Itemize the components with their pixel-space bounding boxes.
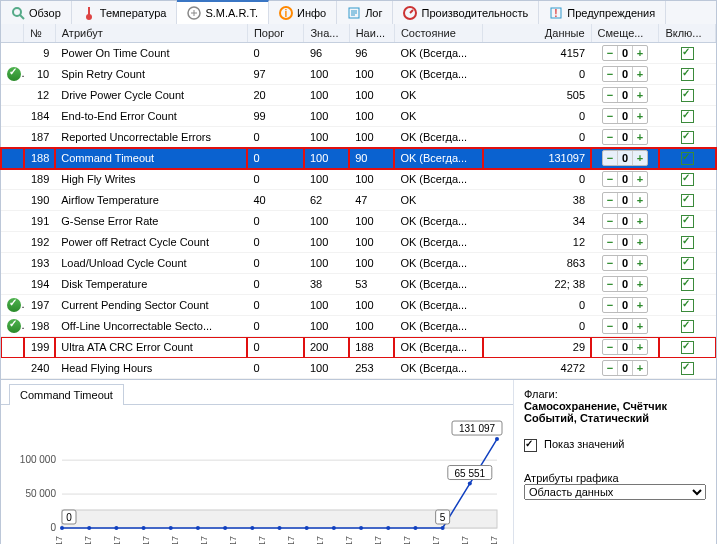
offset-stepper[interactable]: −0+ bbox=[602, 360, 648, 376]
include-checkbox[interactable] bbox=[681, 68, 694, 81]
offset-stepper[interactable]: −0+ bbox=[602, 297, 648, 313]
offset-stepper[interactable]: −0+ bbox=[602, 45, 648, 61]
table-row[interactable]: 191G-Sense Error Rate0100100OK (Всегда..… bbox=[1, 211, 716, 232]
tab-overview[interactable]: Обзор bbox=[1, 1, 72, 24]
col-threshold[interactable]: Порог bbox=[247, 24, 304, 43]
minus-icon[interactable]: − bbox=[603, 235, 618, 249]
plus-icon[interactable]: + bbox=[633, 46, 647, 60]
offset-stepper[interactable]: −0+ bbox=[602, 129, 648, 145]
plus-icon[interactable]: + bbox=[633, 340, 647, 354]
table-row[interactable]: 184End-to-End Error Count99100100OK0−0+ bbox=[1, 106, 716, 127]
include-checkbox[interactable] bbox=[681, 278, 694, 291]
plus-icon[interactable]: + bbox=[633, 172, 647, 186]
plus-icon[interactable]: + bbox=[633, 67, 647, 81]
col-num[interactable]: № bbox=[24, 24, 56, 43]
table-row[interactable]: 199Ultra ATA CRC Error Count0200188OK (В… bbox=[1, 337, 716, 358]
include-checkbox[interactable] bbox=[681, 320, 694, 333]
chart-attr-select[interactable]: Область данных bbox=[524, 484, 706, 500]
tab-log[interactable]: Лог bbox=[337, 1, 393, 24]
tab-warn[interactable]: !Предупреждения bbox=[539, 1, 666, 24]
offset-stepper[interactable]: −0+ bbox=[602, 339, 648, 355]
minus-icon[interactable]: − bbox=[603, 298, 618, 312]
plus-icon[interactable]: + bbox=[633, 277, 647, 291]
plus-icon[interactable]: + bbox=[633, 256, 647, 270]
detail-tab[interactable]: Command Timeout bbox=[9, 384, 124, 405]
tab-temperature[interactable]: Температура bbox=[72, 1, 178, 24]
include-checkbox[interactable] bbox=[681, 341, 694, 354]
minus-icon[interactable]: − bbox=[603, 109, 618, 123]
plus-icon[interactable]: + bbox=[633, 130, 647, 144]
minus-icon[interactable]: − bbox=[603, 361, 618, 375]
offset-stepper[interactable]: −0+ bbox=[602, 192, 648, 208]
table-row[interactable]: 10Spin Retry Count97100100OK (Всегда...0… bbox=[1, 64, 716, 85]
include-checkbox[interactable] bbox=[681, 152, 694, 165]
plus-icon[interactable]: + bbox=[633, 319, 647, 333]
offset-stepper[interactable]: −0+ bbox=[602, 213, 648, 229]
offset-stepper[interactable]: −0+ bbox=[602, 66, 648, 82]
table-row[interactable]: 188Command Timeout010090OK (Всегда...131… bbox=[1, 148, 716, 169]
col-offset[interactable]: Смеще... bbox=[591, 24, 659, 43]
minus-icon[interactable]: − bbox=[603, 214, 618, 228]
offset-stepper[interactable]: −0+ bbox=[602, 276, 648, 292]
minus-icon[interactable]: − bbox=[603, 67, 618, 81]
tab-perf[interactable]: Производительность bbox=[393, 1, 539, 24]
col-value[interactable]: Зна... bbox=[304, 24, 349, 43]
minus-icon[interactable]: − bbox=[603, 319, 618, 333]
offset-stepper[interactable]: −0+ bbox=[602, 150, 648, 166]
include-checkbox[interactable] bbox=[681, 257, 694, 270]
minus-icon[interactable]: − bbox=[603, 88, 618, 102]
table-row[interactable]: 189High Fly Writes0100100OK (Всегда...0−… bbox=[1, 169, 716, 190]
tab-info[interactable]: iИнфо bbox=[269, 1, 337, 24]
minus-icon[interactable]: − bbox=[603, 46, 618, 60]
offset-stepper[interactable]: −0+ bbox=[602, 318, 648, 334]
include-checkbox[interactable] bbox=[681, 89, 694, 102]
plus-icon[interactable]: + bbox=[633, 88, 647, 102]
table-row[interactable]: 197Current Pending Sector Count0100100OK… bbox=[1, 295, 716, 316]
table-row[interactable]: 190Airflow Temperature406247OK38−0+ bbox=[1, 190, 716, 211]
include-checkbox[interactable] bbox=[681, 110, 694, 123]
minus-icon[interactable]: − bbox=[603, 340, 618, 354]
include-checkbox[interactable] bbox=[681, 299, 694, 312]
table-row[interactable]: 12Drive Power Cycle Count20100100OK505−0… bbox=[1, 85, 716, 106]
minus-icon[interactable]: − bbox=[603, 151, 618, 165]
minus-icon[interactable]: − bbox=[603, 172, 618, 186]
table-row[interactable]: 9Power On Time Count09696OK (Всегда...41… bbox=[1, 43, 716, 64]
include-checkbox[interactable] bbox=[681, 47, 694, 60]
include-checkbox[interactable] bbox=[681, 236, 694, 249]
include-checkbox[interactable] bbox=[681, 173, 694, 186]
show-values-checkbox[interactable] bbox=[524, 439, 537, 452]
table-row[interactable]: 240Head Flying Hours0100253OK (Всегда...… bbox=[1, 358, 716, 379]
offset-stepper[interactable]: −0+ bbox=[602, 108, 648, 124]
include-checkbox[interactable] bbox=[681, 194, 694, 207]
table-row[interactable]: 194Disk Temperature03853OK (Всегда...22;… bbox=[1, 274, 716, 295]
include-checkbox[interactable] bbox=[681, 215, 694, 228]
offset-stepper[interactable]: −0+ bbox=[602, 234, 648, 250]
minus-icon[interactable]: − bbox=[603, 130, 618, 144]
include-checkbox[interactable] bbox=[681, 362, 694, 375]
table-row[interactable]: 192Power off Retract Cycle Count0100100O… bbox=[1, 232, 716, 253]
offset-stepper[interactable]: −0+ bbox=[602, 87, 648, 103]
col-attr[interactable]: Атрибут bbox=[55, 24, 247, 43]
minus-icon[interactable]: − bbox=[603, 277, 618, 291]
col-include[interactable]: Вклю... bbox=[659, 24, 716, 43]
col-state[interactable]: Состояние bbox=[394, 24, 482, 43]
offset-stepper[interactable]: −0+ bbox=[602, 171, 648, 187]
offset-stepper[interactable]: −0+ bbox=[602, 255, 648, 271]
minus-icon[interactable]: − bbox=[603, 193, 618, 207]
plus-icon[interactable]: + bbox=[633, 151, 647, 165]
table-row[interactable]: 187Reported Uncorrectable Errors0100100O… bbox=[1, 127, 716, 148]
include-checkbox[interactable] bbox=[681, 131, 694, 144]
plus-icon[interactable]: + bbox=[633, 235, 647, 249]
plus-icon[interactable]: + bbox=[633, 214, 647, 228]
plus-icon[interactable]: + bbox=[633, 193, 647, 207]
tab-smart[interactable]: S.M.A.R.T. bbox=[177, 0, 269, 24]
table-row[interactable]: 198Off-Line Uncorrectable Secto...010010… bbox=[1, 316, 716, 337]
plus-icon[interactable]: + bbox=[633, 109, 647, 123]
col-worst[interactable]: Наи... bbox=[349, 24, 394, 43]
col-data[interactable]: Данные bbox=[483, 24, 592, 43]
plus-icon[interactable]: + bbox=[633, 298, 647, 312]
col-status[interactable] bbox=[1, 24, 24, 43]
minus-icon[interactable]: − bbox=[603, 256, 618, 270]
table-row[interactable]: 193Load/Unload Cycle Count0100100OK (Все… bbox=[1, 253, 716, 274]
plus-icon[interactable]: + bbox=[633, 361, 647, 375]
